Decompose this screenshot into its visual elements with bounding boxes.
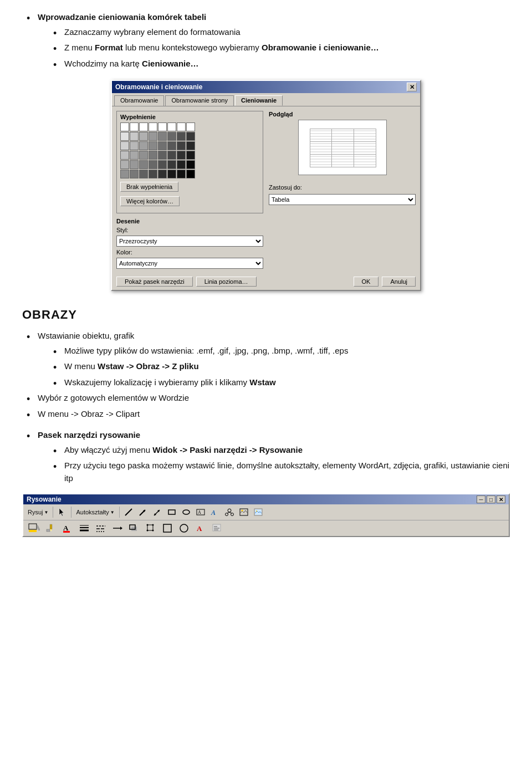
extra-btn-1[interactable]: A bbox=[193, 522, 208, 534]
dialog-container: Obramowanie i cieniowanie ✕ Obramowanie … bbox=[22, 80, 510, 291]
color-grid bbox=[120, 122, 259, 178]
tab-cieniowanie[interactable]: Cieniowanie bbox=[235, 95, 283, 106]
color-cell-1[interactable] bbox=[130, 122, 139, 131]
svg-text:A: A bbox=[63, 524, 69, 532]
styl-select[interactable]: Przezroczysty bbox=[116, 236, 263, 247]
color-cell-7[interactable] bbox=[186, 122, 195, 131]
color-cell-15[interactable] bbox=[186, 132, 195, 141]
diagram-tool-button[interactable] bbox=[223, 506, 236, 518]
shadow-button[interactable] bbox=[126, 522, 142, 534]
rysuj-dropdown-button[interactable]: Rysuj ▼ bbox=[25, 506, 50, 518]
kolor-select[interactable]: Automatyczny bbox=[116, 258, 263, 269]
color-cell-14[interactable] bbox=[177, 132, 186, 141]
rysuj-label: Rysuj bbox=[28, 509, 43, 515]
wordart-tool-button[interactable]: A bbox=[208, 506, 222, 518]
autoksztalty-dropdown-button[interactable]: Autokształty ▼ bbox=[74, 506, 116, 518]
color-cell-11[interactable] bbox=[149, 132, 157, 141]
color-cell-36[interactable] bbox=[158, 160, 167, 169]
font-color-button[interactable]: A bbox=[60, 522, 75, 534]
line-tool-button[interactable] bbox=[122, 506, 135, 518]
double-arrow-button[interactable] bbox=[151, 506, 164, 518]
color-cell-46[interactable] bbox=[177, 170, 186, 178]
color-cell-30[interactable] bbox=[177, 151, 186, 160]
color-cell-12[interactable] bbox=[158, 132, 167, 141]
ok-button[interactable]: OK bbox=[354, 277, 379, 287]
zastosuj-select[interactable]: Tabela bbox=[269, 194, 416, 205]
color-cell-39[interactable] bbox=[186, 160, 195, 169]
color-cell-8[interactable] bbox=[120, 132, 129, 141]
color-cell-18[interactable] bbox=[139, 141, 148, 150]
rectangle-tool-button[interactable] bbox=[165, 506, 178, 518]
rotate-button[interactable] bbox=[143, 522, 158, 534]
color-cell-20[interactable] bbox=[158, 141, 167, 150]
color-cell-35[interactable] bbox=[149, 160, 157, 169]
color-cell-28[interactable] bbox=[158, 151, 167, 160]
line-style-button[interactable] bbox=[76, 522, 92, 534]
color-cell-41[interactable] bbox=[130, 170, 139, 178]
color-cell-42[interactable] bbox=[139, 170, 148, 178]
color-cell-43[interactable] bbox=[149, 170, 157, 178]
color-cell-24[interactable] bbox=[120, 151, 129, 160]
fill-color-button[interactable] bbox=[25, 522, 42, 534]
color-cell-2[interactable] bbox=[139, 122, 148, 131]
kolor-row: Kolor: bbox=[116, 249, 263, 256]
tab-obramowanie-strony[interactable]: Obramowanie strony bbox=[165, 95, 234, 106]
color-cell-38[interactable] bbox=[177, 160, 186, 169]
color-cell-31[interactable] bbox=[186, 151, 195, 160]
svg-line-16 bbox=[229, 512, 232, 513]
color-cell-47[interactable] bbox=[186, 170, 195, 178]
square-shape-button[interactable] bbox=[160, 522, 175, 534]
oval-shape-button[interactable] bbox=[176, 522, 192, 534]
wiecej-kolorow-button[interactable]: Więcej kolorów… bbox=[120, 196, 180, 206]
color-cell-27[interactable] bbox=[149, 151, 157, 160]
svg-point-12 bbox=[228, 509, 231, 512]
dialog-close-button[interactable]: ✕ bbox=[407, 83, 417, 91]
extra-btn-2[interactable] bbox=[209, 522, 225, 534]
toolbar-minimize-button[interactable]: ─ bbox=[477, 496, 485, 503]
anuluj-button[interactable]: Anuluj bbox=[382, 277, 416, 287]
color-cell-3[interactable] bbox=[149, 122, 157, 131]
color-cell-6[interactable] bbox=[177, 122, 186, 131]
color-cell-0[interactable] bbox=[120, 122, 129, 131]
cursor-tool-button[interactable] bbox=[55, 506, 69, 518]
color-cell-22[interactable] bbox=[177, 141, 186, 150]
color-cell-5[interactable] bbox=[167, 122, 176, 131]
oval-tool-button[interactable] bbox=[180, 506, 193, 518]
color-cell-26[interactable] bbox=[139, 151, 148, 160]
color-cell-34[interactable] bbox=[139, 160, 148, 169]
color-cell-13[interactable] bbox=[167, 132, 176, 141]
color-cell-33[interactable] bbox=[130, 160, 139, 169]
color-cell-10[interactable] bbox=[139, 132, 148, 141]
linia-pozioma-button[interactable]: Linia pozioma… bbox=[196, 277, 257, 287]
tab-obramowanie[interactable]: Obramowanie bbox=[114, 95, 164, 106]
svg-point-47 bbox=[180, 524, 188, 532]
color-cell-4[interactable] bbox=[158, 122, 167, 131]
toolbar-maximize-button[interactable]: □ bbox=[487, 496, 495, 503]
dash-style-button[interactable] bbox=[93, 522, 109, 534]
color-cell-45[interactable] bbox=[167, 170, 176, 178]
textbox-tool-button[interactable]: A bbox=[194, 506, 207, 518]
color-cell-29[interactable] bbox=[167, 151, 176, 160]
brak-wypelnienia-button[interactable]: Brak wypełnienia bbox=[120, 182, 178, 192]
color-cell-16[interactable] bbox=[120, 141, 129, 150]
image-tool-button[interactable] bbox=[252, 506, 265, 518]
intro-sub-1: Zaznaczamy wybrany element do formatowan… bbox=[49, 26, 510, 39]
color-cell-17[interactable] bbox=[130, 141, 139, 150]
color-cell-19[interactable] bbox=[149, 141, 157, 150]
toolbar-close-button[interactable]: ✕ bbox=[497, 496, 505, 503]
separator-1 bbox=[53, 507, 53, 518]
color-cell-37[interactable] bbox=[167, 160, 176, 169]
color-cell-23[interactable] bbox=[186, 141, 195, 150]
color-cell-32[interactable] bbox=[120, 160, 129, 169]
arrow-tool-button[interactable] bbox=[136, 506, 150, 518]
pen-tool-button[interactable] bbox=[43, 522, 59, 534]
arrow-style-button[interactable] bbox=[110, 522, 125, 534]
color-cell-9[interactable] bbox=[130, 132, 139, 141]
clipart-tool-button[interactable] bbox=[237, 506, 250, 518]
dialog-left-panel: Wypełnienie Brak wypełnienia Więcej kolo… bbox=[116, 111, 263, 269]
color-cell-44[interactable] bbox=[158, 170, 167, 178]
pokaz-pasek-button[interactable]: Pokaż pasek narzędzi bbox=[116, 277, 193, 287]
color-cell-25[interactable] bbox=[130, 151, 139, 160]
color-cell-21[interactable] bbox=[167, 141, 176, 150]
color-cell-40[interactable] bbox=[120, 170, 129, 178]
